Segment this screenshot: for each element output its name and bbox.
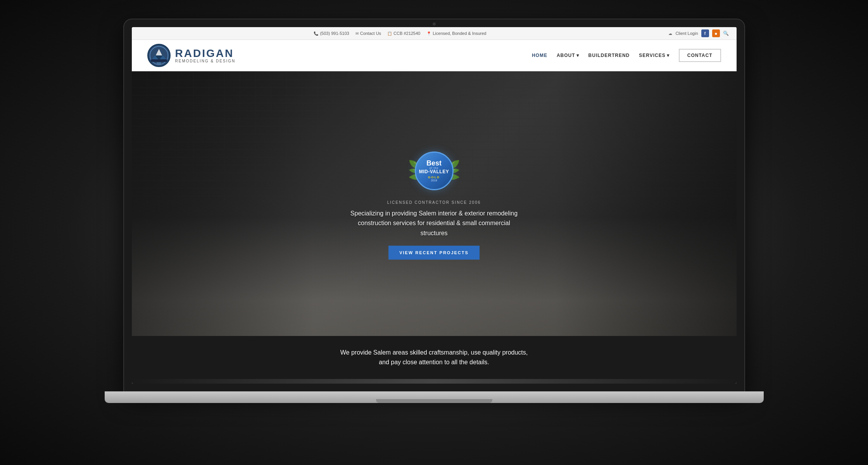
laptop-screen: 📞 (503) 991-5103 ✉ Contact Us 📋 CCB #212… xyxy=(132,27,737,384)
hero-section: 🌿 Best of the MID-VALLEY GOLD 2018 🌿 LIC… xyxy=(132,71,737,336)
nav-home[interactable]: HOME xyxy=(532,53,547,58)
topbar-right: ☁ Client Login f ■ 🔍 xyxy=(668,29,728,37)
contact-link: Contact Us xyxy=(360,31,381,36)
laptop-base xyxy=(105,391,764,403)
laptop-wrapper: 📞 (503) 991-5103 ✉ Contact Us 📋 CCB #212… xyxy=(85,19,783,446)
location-icon: 📍 xyxy=(426,31,431,36)
contact-item[interactable]: ✉ Contact Us xyxy=(355,31,381,36)
award-badge: 🌿 Best of the MID-VALLEY GOLD 2018 🌿 xyxy=(411,148,457,194)
award-gold-text: GOLD xyxy=(428,176,440,179)
licensed-item: 📍 Licensed, Bonded & Insured xyxy=(426,31,486,36)
website: 📞 (503) 991-5103 ✉ Contact Us 📋 CCB #212… xyxy=(132,27,737,384)
separator-bar xyxy=(132,379,737,384)
facebook-icon[interactable]: f xyxy=(701,29,709,37)
award-year-text: 2018 xyxy=(431,179,437,182)
below-hero-text: We provide Salem areas skilled craftsman… xyxy=(337,348,531,367)
hero-content: 🌿 Best of the MID-VALLEY GOLD 2018 🌿 LIC… xyxy=(132,71,737,336)
cloud-icon: ☁ xyxy=(668,31,672,36)
ccb-item: 📋 CCB #212540 xyxy=(387,31,420,36)
nav-contact-button[interactable]: CONTACT xyxy=(679,49,721,62)
search-icon[interactable]: 🔍 xyxy=(723,31,729,36)
award-best-text: Best xyxy=(426,160,442,167)
phone-item[interactable]: 📞 (503) 991-5103 xyxy=(314,31,349,36)
award-circle: Best of the MID-VALLEY GOLD 2018 xyxy=(415,152,454,190)
svg-rect-5 xyxy=(151,59,167,62)
ccb-icon: 📋 xyxy=(387,31,392,36)
email-icon: ✉ xyxy=(355,31,359,36)
nav-links: HOME ABOUT ▾ BUILDERTREND SERVICES ▾ CON… xyxy=(532,49,721,62)
laptop-bezel: 📞 (503) 991-5103 ✉ Contact Us 📋 CCB #212… xyxy=(124,19,744,391)
phone-icon: 📞 xyxy=(314,31,318,36)
mountain-icon: RRD xyxy=(149,46,169,65)
rss-icon[interactable]: ■ xyxy=(712,29,720,37)
below-hero-section: We provide Salem areas skilled craftsman… xyxy=(132,336,737,379)
svg-text:RRD: RRD xyxy=(157,62,161,64)
logo-text: RADIGAN REMODELING & DESIGN xyxy=(175,48,236,63)
logo-name: RADIGAN xyxy=(175,48,236,59)
hero-cta-button[interactable]: VIEW RECENT PROJECTS xyxy=(388,246,480,260)
nav-buildertrend[interactable]: BUILDERTREND xyxy=(588,53,630,58)
services-arrow: ▾ xyxy=(667,53,670,58)
client-login[interactable]: Client Login xyxy=(675,31,698,36)
hero-licensed-text: LICENSED CONTRACTOR SINCE 2006 xyxy=(387,200,481,205)
phone-number: (503) 991-5103 xyxy=(320,31,349,36)
ccb-text: CCB #212540 xyxy=(393,31,420,36)
about-arrow: ▾ xyxy=(576,53,579,58)
nav-about[interactable]: ABOUT ▾ xyxy=(557,53,579,58)
award-midvalley-text: MID-VALLEY xyxy=(419,169,449,174)
nav-bar: RRD RADIGAN REMODELING & DESIGN HOME ABO… xyxy=(132,40,737,71)
licensed-text: Licensed, Bonded & Insured xyxy=(433,31,486,36)
topbar-left: 📞 (503) 991-5103 ✉ Contact Us 📋 CCB #212… xyxy=(140,31,661,36)
hero-headline: Specializing in providing Salem interior… xyxy=(347,208,521,238)
nav-services[interactable]: SERVICES ▾ xyxy=(639,53,669,58)
top-bar: 📞 (503) 991-5103 ✉ Contact Us 📋 CCB #212… xyxy=(132,27,737,40)
logo-tagline: REMODELING & DESIGN xyxy=(175,59,236,63)
logo-area: RRD RADIGAN REMODELING & DESIGN xyxy=(147,44,236,67)
logo-badge: RRD xyxy=(147,44,171,67)
